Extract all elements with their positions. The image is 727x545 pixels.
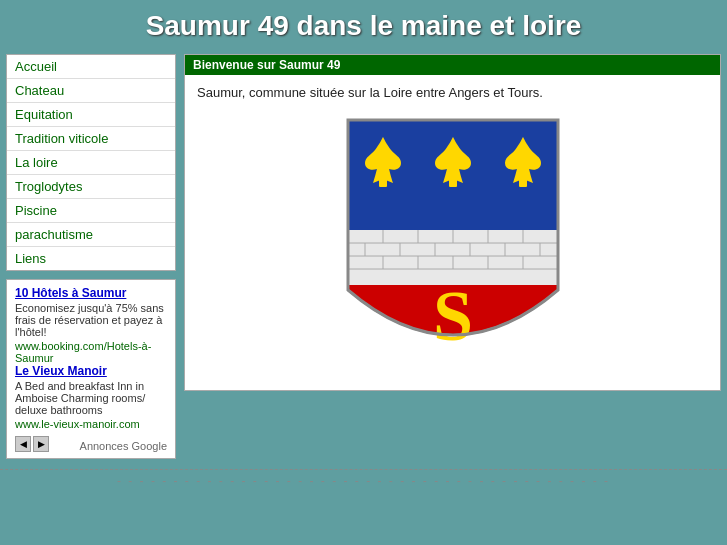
svg-rect-23 — [519, 179, 527, 187]
ad-title[interactable]: 10 Hôtels à Saumur — [15, 286, 167, 300]
ad-url[interactable]: www.booking.com/Hotels-à-Saumur — [15, 340, 167, 364]
nav-item-accueil[interactable]: Accueil — [7, 55, 175, 79]
svg-text:S: S — [432, 276, 472, 356]
ad-title[interactable]: Le Vieux Manoir — [15, 364, 167, 378]
content-body: Saumur, commune située sur la Loire entr… — [185, 75, 720, 390]
svg-rect-22 — [449, 179, 457, 187]
ad-icons-row: ◀▶ — [15, 436, 49, 452]
nav-item-equitation[interactable]: Equitation — [7, 103, 175, 127]
nav-item-tradition-viticole[interactable]: Tradition viticole — [7, 127, 175, 151]
ad-body: Economisez jusqu'à 75% sans frais de rés… — [15, 302, 167, 338]
ad-url[interactable]: www.le-vieux-manoir.com — [15, 418, 167, 430]
ad-body: A Bed and breakfast Inn in Amboise Charm… — [15, 380, 167, 416]
svg-rect-21 — [379, 179, 387, 187]
content-box: Bienvenue sur Saumur 49 Saumur, commune … — [184, 54, 721, 391]
nav-item-liens[interactable]: Liens — [7, 247, 175, 270]
nav-item-parachutisme[interactable]: parachutisme — [7, 223, 175, 247]
ad-icon-right[interactable]: ▶ — [33, 436, 49, 452]
right-column: Bienvenue sur Saumur 49 Saumur, commune … — [184, 54, 721, 459]
main-layout: AccueilChateauEquitationTradition vitico… — [0, 50, 727, 459]
page-title: Saumur 49 dans le maine et loire — [0, 10, 727, 42]
ads-box: 10 Hôtels à SaumurEconomisez jusqu'à 75%… — [6, 279, 176, 459]
ad-icon-left[interactable]: ◀ — [15, 436, 31, 452]
intro-text: Saumur, commune située sur la Loire entr… — [197, 85, 708, 100]
nav-item-piscine[interactable]: Piscine — [7, 199, 175, 223]
ads-bottom-row: ◀▶Annonces Google — [15, 434, 167, 452]
nav-item-chateau[interactable]: Chateau — [7, 79, 175, 103]
footer-dashes: - - - - - - - - - - - - - - - - - - - - … — [117, 474, 610, 488]
left-column: AccueilChateauEquitationTradition vitico… — [6, 54, 176, 459]
page-header: Saumur 49 dans le maine et loire — [0, 0, 727, 50]
nav-menu: AccueilChateauEquitationTradition vitico… — [6, 54, 176, 271]
nav-item-la-loire[interactable]: La loire — [7, 151, 175, 175]
nav-item-troglodytes[interactable]: Troglodytes — [7, 175, 175, 199]
footer: - - - - - - - - - - - - - - - - - - - - … — [0, 469, 727, 488]
content-header: Bienvenue sur Saumur 49 — [185, 55, 720, 75]
google-label: Annonces Google — [80, 440, 167, 452]
coat-of-arms-image: S — [338, 110, 568, 380]
